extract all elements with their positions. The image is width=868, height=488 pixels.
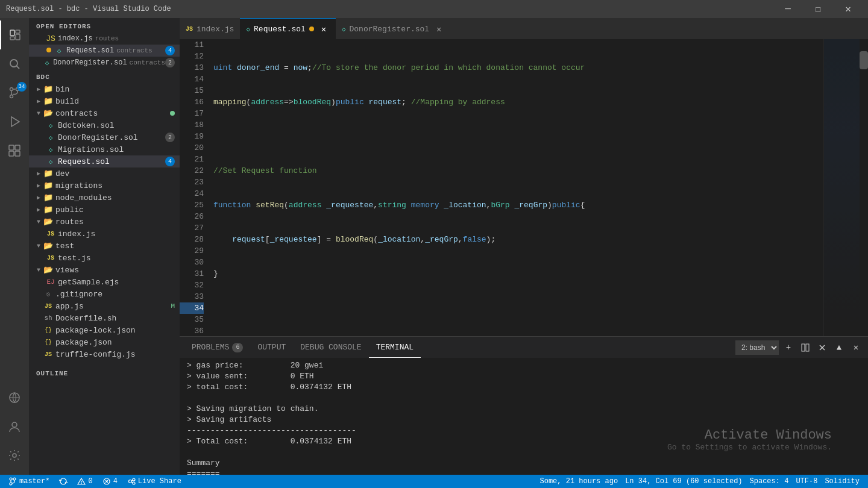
tree-public[interactable]: ▶ 📁 public [29,204,180,216]
tree-test[interactable]: ▼ 📂 test [29,240,180,252]
extensions-activity-icon[interactable] [0,136,29,165]
svg-point-6 [10,95,13,98]
panel-tab-output[interactable]: OUTPUT [250,337,293,358]
tree-truffle[interactable]: JS truffle-config.js [29,348,180,360]
tree-testjs[interactable]: JS test.js [29,252,180,264]
panel-controls: 2: bash + ▲ ✕ [735,340,863,355]
tree-request[interactable]: ◇ Request.sol 4 [29,155,180,167]
tree-getsample[interactable]: EJ getSample.ejs [29,276,180,288]
svg-rect-0 [10,30,14,36]
status-warnings[interactable]: 0 [74,475,96,488]
panel-tab-terminal[interactable]: TERMINAL [369,337,421,358]
tree-testjs-label: test.js [58,254,91,263]
svg-point-23 [10,478,12,480]
terminal-content[interactable]: > gas price: 20 gwei > value sent: 0 ETH… [180,358,868,475]
svg-point-7 [10,88,13,91]
terminal-select[interactable]: 2: bash [735,340,779,355]
close-button[interactable]: ✕ [834,0,862,18]
open-editor-donorregistersol[interactable]: ◇ DonorRegister.sol contracts 2 [29,57,180,69]
title-bar: Request.sol - bdc - Visual Studio Code —… [0,0,868,18]
split-terminal-button[interactable] [798,340,813,355]
sol-icon: ◇ [46,157,55,166]
tree-bin[interactable]: ▶ 📁 bin [29,83,180,95]
tree-contracts[interactable]: ▼ 📂 contracts [29,107,180,119]
kill-terminal-button[interactable] [815,340,829,355]
editor-scrollbar[interactable] [860,39,868,336]
tree-dev[interactable]: ▶ 📁 dev [29,167,180,180]
tree-routes-indexjs[interactable]: JS index.js [29,228,180,240]
svg-point-15 [12,422,17,427]
title-bar-title: Request.sol - bdc - Visual Studio Code [6,5,171,13]
status-spaces[interactable]: Spaces: 4 [746,475,793,488]
tree-getsample-label: getSample.ejs [58,278,119,287]
tree-appjs[interactable]: JS app.js M [29,300,180,312]
output-tab-label: OUTPUT [257,343,286,352]
tree-gitignore[interactable]: ⎋ .gitignore [29,288,180,300]
status-git-label: master* [19,477,49,486]
settings-activity-icon[interactable] [0,441,29,470]
status-errors[interactable]: 4 [99,475,121,488]
bdc-title: BDC [29,69,180,83]
open-editor-requestsol[interactable]: ◇ Request.sol contracts 4 [29,45,180,57]
request-badge: 4 [165,157,175,166]
account-activity-icon[interactable] [0,412,29,441]
donor-badge: 2 [165,133,175,142]
tab-donorregister-close[interactable]: ✕ [433,23,445,35]
tree-package[interactable]: {} package.json [29,336,180,348]
tree-public-label: public [55,205,84,214]
status-language[interactable]: Solidity [821,475,863,488]
tree-migrations[interactable]: ◇ Migrations.sol [29,143,180,155]
tree-dockerfile[interactable]: sh Dockerfile.sh [29,312,180,324]
status-warnings-count: 0 [88,477,92,486]
maximize-button[interactable]: ☐ [804,0,832,18]
open-editors-title: OPEN EDITORS [29,18,180,33]
tree-donorregister[interactable]: ◇ DonorRegister.sol 2 [29,131,180,143]
tree-migrations2[interactable]: ▶ 📁 migrations [29,180,180,192]
code-editor[interactable]: 11 12 13 14 15 16 17 18 19 20 21 22 23 2… [180,39,868,336]
open-editor-indexjs[interactable]: JS index.js routes [29,33,180,45]
tab-requestsol[interactable]: ◇ Request.sol ✕ [240,18,335,39]
tab-donorregistersol[interactable]: ◇ DonorRegister.sol ✕ [336,18,451,39]
search-activity-icon[interactable] [0,49,29,78]
status-cursor-label: Ln 34, Col 69 (60 selected) [625,477,742,486]
tree-bdctoken[interactable]: ◇ Bdctoken.sol [29,119,180,131]
folder-open-icon: 📂 [43,217,53,227]
status-cursor[interactable]: Ln 34, Col 69 (60 selected) [621,475,746,488]
tree-node-modules[interactable]: ▶ 📁 node_modules [29,192,180,204]
status-git[interactable]: master* [5,475,53,488]
chevron-right-icon: ▶ [34,169,43,178]
maximize-panel-button[interactable]: ▲ [832,340,846,355]
panel-tab-problems[interactable]: PROBLEMS 6 [184,337,250,358]
status-git-time[interactable]: Some, 21 hours ago [536,475,622,488]
js-file-icon: JS [46,34,55,43]
remote-activity-icon[interactable] [0,383,29,412]
svg-point-17 [46,48,51,52]
tree-routes[interactable]: ▼ 📂 routes [29,216,180,228]
svg-rect-11 [15,145,20,150]
minimize-button[interactable]: — [774,0,802,18]
debug-activity-icon[interactable] [0,107,29,136]
close-panel-button[interactable]: ✕ [849,340,863,355]
tree-package-lock[interactable]: {} package-lock.json [29,324,180,336]
status-liveshare[interactable]: Live Share [124,475,185,488]
tree-build[interactable]: ▶ 📁 build [29,95,180,107]
explorer-activity-icon[interactable] [0,20,29,49]
tree-request-label: Request.sol [58,157,110,166]
status-encoding[interactable]: UTF-8 [792,475,821,488]
chevron-down-icon: ▼ [34,265,43,275]
tree-gitignore-label: .gitignore [55,290,102,299]
status-sync[interactable] [55,475,71,488]
folder-open-icon: 📂 [43,265,53,275]
js-icon: JS [46,253,55,263]
tree-views[interactable]: ▼ 📂 views [29,264,180,276]
git-activity-icon[interactable]: 34 [0,78,29,107]
tab-close-button[interactable]: ✕ [318,23,330,35]
problems-tab-label: PROBLEMS [192,343,229,352]
tab-indexjs[interactable]: JS index.js [180,18,240,39]
status-language-label: Solidity [825,477,860,486]
new-terminal-button[interactable]: + [781,340,796,355]
donor-register-badge: 2 [165,58,175,67]
outline-title: OUTLINE [29,365,180,380]
tree-build-label: build [55,97,79,106]
panel-tab-debug[interactable]: DEBUG CONSOLE [293,337,368,358]
